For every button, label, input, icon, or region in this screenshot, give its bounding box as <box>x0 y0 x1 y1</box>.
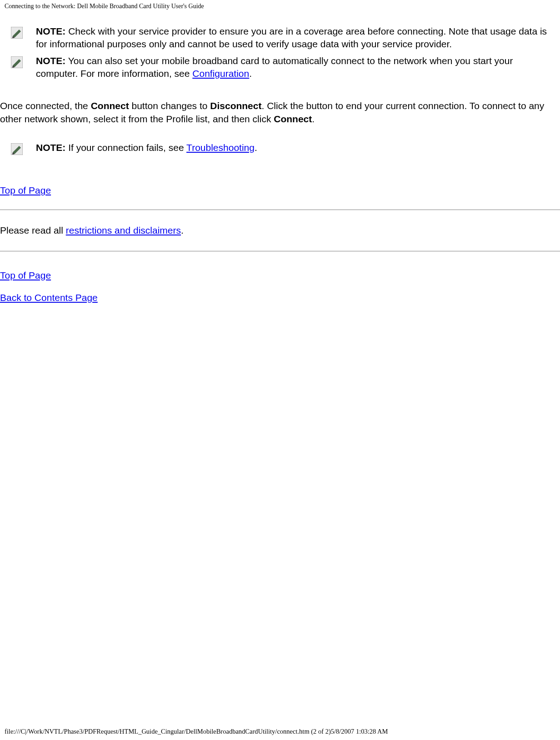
note-icon-cell <box>11 55 36 84</box>
note-text-2: NOTE: You can also set your mobile broad… <box>36 55 557 84</box>
restrictions-post: . <box>181 225 184 235</box>
back-to-contents-link[interactable]: Back to Contents Page <box>0 292 98 303</box>
notes-block-2: NOTE: If your connection fails, see Trou… <box>11 141 557 158</box>
note-body-a: You can also set your mobile broadband c… <box>36 55 513 79</box>
note-text-3: NOTE: If your connection fails, see Trou… <box>36 141 557 158</box>
bottom-links-block: Top of Page Back to Contents Page <box>0 270 560 303</box>
note-row-1: NOTE: Check with your service provider t… <box>11 25 557 55</box>
top-of-page-line-2: Top of Page <box>0 270 560 281</box>
p-seg: Once connected, the <box>0 100 91 111</box>
main-paragraph: Once connected, the Connect button chang… <box>0 100 555 125</box>
p-seg: . <box>312 114 315 124</box>
note-text-1: NOTE: Check with your service provider t… <box>36 25 557 55</box>
p-seg-bold: Connect <box>91 100 129 111</box>
notes-block-1: NOTE: Check with your service provider t… <box>11 25 557 84</box>
note-label: NOTE: <box>36 26 65 36</box>
note-body-a: If your connection fails, see <box>65 142 186 153</box>
restrictions-pre: Please read all <box>0 225 66 235</box>
note-body-b: . <box>249 68 252 79</box>
note-label: NOTE: <box>36 142 65 153</box>
divider <box>0 210 560 210</box>
note-icon <box>11 56 23 68</box>
note-body-b: . <box>255 142 257 153</box>
top-of-page-line: Top of Page <box>0 185 560 196</box>
page-footer-path: file:///C|/Work/NVTL/Phase3/PDFRequest/H… <box>5 728 388 735</box>
p-seg-bold: Connect <box>274 114 312 124</box>
note-label: NOTE: <box>36 55 65 66</box>
restrictions-paragraph: Please read all restrictions and disclai… <box>0 224 555 237</box>
divider <box>0 251 560 252</box>
note-row-3: NOTE: If your connection fails, see Trou… <box>11 141 557 158</box>
page-content: NOTE: Check with your service provider t… <box>0 25 560 315</box>
note-icon-cell <box>11 25 36 55</box>
p-seg-bold: Disconnect <box>210 100 261 111</box>
top-link-block-1: Top of Page <box>0 185 560 196</box>
back-contents-line: Back to Contents Page <box>0 292 560 303</box>
top-of-page-link[interactable]: Top of Page <box>0 185 51 195</box>
restrictions-link[interactable]: restrictions and disclaimers <box>66 225 181 235</box>
note-row-2: NOTE: You can also set your mobile broad… <box>11 55 557 84</box>
p-seg: button changes to <box>129 100 210 111</box>
troubleshooting-link[interactable]: Troubleshooting <box>186 142 255 153</box>
note-body: Check with your service provider to ensu… <box>36 26 547 49</box>
note-icon-cell <box>11 141 36 158</box>
note-icon <box>11 143 23 155</box>
note-icon <box>11 27 23 39</box>
top-of-page-link[interactable]: Top of Page <box>0 270 51 280</box>
page-header-title: Connecting to the Network: Dell Mobile B… <box>5 3 204 10</box>
configuration-link[interactable]: Configuration <box>192 68 249 79</box>
